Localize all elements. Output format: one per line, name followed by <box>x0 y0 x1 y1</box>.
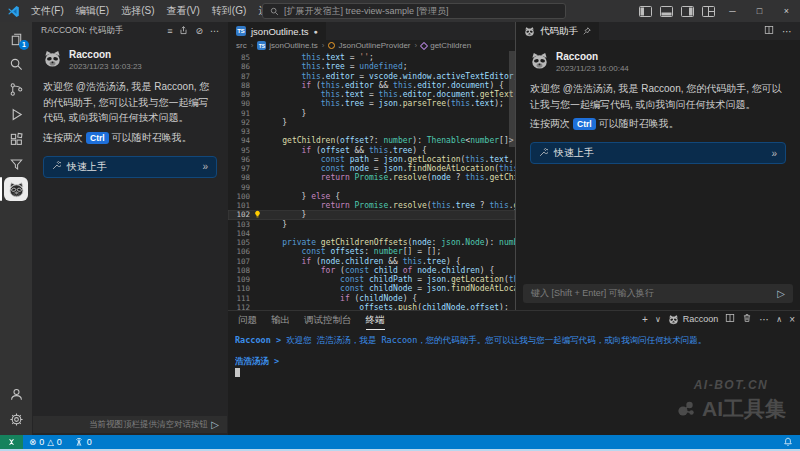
customize-layout-icon[interactable] <box>698 0 719 22</box>
vscode-window: 文件(F)编辑(E)选择(S)查看(V)转到(G)运行(R) ⋯ ← → [扩展… <box>0 0 800 451</box>
menu-bar: 文件(F)编辑(E)选择(S)查看(V)转到(G)运行(R) <box>25 0 298 22</box>
filter-test-icon[interactable] <box>0 152 32 176</box>
breadcrumb-item-3[interactable]: getChildren <box>421 41 471 50</box>
account-icon[interactable] <box>0 382 32 406</box>
line-number: 112 <box>228 303 250 310</box>
modified-dot-icon[interactable]: ● <box>314 28 318 35</box>
chat-author: Raccoon <box>556 51 629 62</box>
code-line-96: 96 const path = json.getLocation(this.te… <box>228 155 515 164</box>
terminal-cursor <box>235 368 240 377</box>
panel-tab-3[interactable]: 终端 <box>366 311 385 330</box>
chat-timestamp: 2023/11/23 16:00:44 <box>556 64 629 73</box>
breadcrumb-item-0[interactable]: src <box>236 41 247 50</box>
assistant-chat-input[interactable]: 键入 [Shift + Enter] 可输入换行 ▷ <box>523 284 793 303</box>
watermark: AI-BOT.CN AI工具集 <box>676 378 786 423</box>
search-view-icon[interactable] <box>0 52 32 76</box>
shortcut-hint: 连按两次Ctrl可以随时召唤我。 <box>530 115 786 132</box>
method-symbol-icon <box>420 41 428 49</box>
code-line-93: 93 <box>228 127 515 136</box>
line-number: 85 <box>228 53 250 62</box>
breadcrumb-item-2[interactable]: JsonOutlineProvider <box>328 41 410 50</box>
raccoon-avatar <box>530 51 549 70</box>
command-center[interactable]: [扩展开发宿主] tree-view-sample [管理员] <box>262 3 566 19</box>
toggle-secondary-sidebar-icon[interactable] <box>677 0 698 22</box>
send-icon[interactable]: ▷ <box>777 289 785 299</box>
menu-item-4[interactable]: 转到(G) <box>206 0 252 22</box>
line-number: 96 <box>228 155 250 164</box>
lightbulb-icon[interactable] <box>253 210 262 219</box>
split-editor-icon[interactable] <box>764 25 774 37</box>
warnings-icon: △ <box>47 438 54 447</box>
kill-terminal-icon[interactable] <box>742 313 752 325</box>
pin-icon[interactable] <box>583 26 591 37</box>
menu-item-3[interactable]: 查看(V) <box>160 0 205 22</box>
close-panel-icon[interactable]: × <box>789 314 795 325</box>
toggle-sidebar-icon[interactable] <box>635 0 656 22</box>
line-number: 109 <box>228 275 250 284</box>
notifications-button[interactable] <box>783 437 800 447</box>
sidebar-input-placeholder: 当前视图顶栏提供清空对话按钮 <box>89 419 208 431</box>
quick-start-button[interactable]: 快速上手 » <box>43 156 217 178</box>
history-icon[interactable]: ≡ <box>167 26 172 36</box>
problems-status[interactable]: ⊗ 0 △ 0 <box>23 437 68 447</box>
code-editor[interactable]: 85 this.text = '';86 this.tree = undefin… <box>228 51 515 310</box>
split-terminal-icon[interactable] <box>725 313 735 325</box>
code-line-94: 94 getChildren(offset?: number): Thenabl… <box>228 136 515 145</box>
sidebar-chat: Raccoon 2023/11/23 16:03:23 欢迎您 @浩浩汤汤, 我… <box>32 40 228 187</box>
breadcrumb-item-1[interactable]: TSjsonOutline.ts <box>257 41 317 50</box>
terminal[interactable]: Raccoon > 欢迎您 浩浩汤汤，我是 Raccoon，您的代码助手。您可以… <box>228 330 800 377</box>
explorer-icon[interactable]: 1 <box>0 27 32 51</box>
send-icon[interactable]: ▷ <box>211 420 219 430</box>
sidebar-title: RACCOON: 代码助手 <box>41 25 123 37</box>
remote-indicator[interactable] <box>0 435 23 449</box>
more-actions-icon[interactable]: ⋯ <box>782 26 792 37</box>
panel-tab-2[interactable]: 调试控制台 <box>304 311 352 330</box>
minimize-button[interactable]: ─ <box>719 0 746 22</box>
breadcrumb-separator: › <box>322 41 325 50</box>
tools-icon <box>539 148 548 159</box>
more-actions-icon[interactable]: ⋯ <box>759 314 769 325</box>
terminal-instance-label[interactable]: Raccoon <box>668 314 719 325</box>
panel-actions: + ∨ Raccoon ⋯ ∧ × <box>642 313 795 325</box>
maximize-button[interactable]: □ <box>746 0 773 22</box>
bell-icon <box>783 437 793 447</box>
sidebar-title-bar: RACCOON: 代码助手 ≡ ⊘ ⋯ <box>32 22 228 40</box>
quick-start-button[interactable]: 快速上手 » <box>530 142 786 164</box>
watermark-logo-icon <box>676 399 696 419</box>
errors-icon: ⊗ <box>29 438 36 447</box>
panel-tab-1[interactable]: 输出 <box>271 311 290 330</box>
sidebar-chat-input[interactable]: 当前视图顶栏提供清空对话按钮 ▷ <box>33 416 227 433</box>
chat-author: Raccoon <box>69 49 142 60</box>
settings-gear-icon[interactable] <box>0 407 32 431</box>
code-line-85: 85 this.text = ''; <box>228 53 515 62</box>
code-line-86: 86 this.tree = undefined; <box>228 62 515 71</box>
run-debug-icon[interactable] <box>0 102 32 126</box>
maximize-panel-icon[interactable]: ∧ <box>776 315 782 324</box>
menu-item-1[interactable]: 编辑(E) <box>70 0 115 22</box>
code-line-111: 111 if (childNode) { <box>228 294 515 303</box>
line-number: 101 <box>228 201 250 210</box>
raccoon-assistant-icon[interactable] <box>0 177 32 201</box>
radio-tower-icon <box>74 437 84 447</box>
tab-assistant[interactable]: 代码助手 <box>516 22 599 40</box>
terminal-line: Raccoon > 欢迎您 浩浩汤汤，我是 Raccoon，您的代码助手。您可以… <box>235 335 800 346</box>
more-actions-icon[interactable]: ⋯ <box>210 26 219 36</box>
line-number: 91 <box>228 109 250 118</box>
menu-item-2[interactable]: 选择(S) <box>115 0 160 22</box>
chevron-down-icon[interactable]: ∨ <box>655 315 661 324</box>
menu-item-0[interactable]: 文件(F) <box>25 0 70 22</box>
toggle-panel-icon[interactable] <box>656 0 677 22</box>
new-terminal-icon[interactable]: + <box>642 314 648 325</box>
clear-chat-icon[interactable]: ⊘ <box>195 26 203 36</box>
ports-status[interactable]: 0 <box>68 437 98 447</box>
welcome-message: 欢迎您 @浩浩汤汤, 我是 Raccoon, 您的代码助手, 您可以让我与您一起… <box>530 81 786 112</box>
close-button[interactable]: × <box>773 0 800 22</box>
source-control-icon[interactable] <box>0 77 32 101</box>
extensions-icon[interactable] <box>0 127 32 151</box>
watermark-brand: AI工具集 <box>702 395 786 423</box>
panel-tab-0[interactable]: 问题 <box>238 311 257 330</box>
line-number: 99 <box>228 183 250 192</box>
tab-jsonoutline[interactable]: TS jsonOutline.ts ● <box>228 22 326 40</box>
export-icon[interactable] <box>179 26 188 37</box>
code-line-92: 92 } <box>228 118 515 127</box>
